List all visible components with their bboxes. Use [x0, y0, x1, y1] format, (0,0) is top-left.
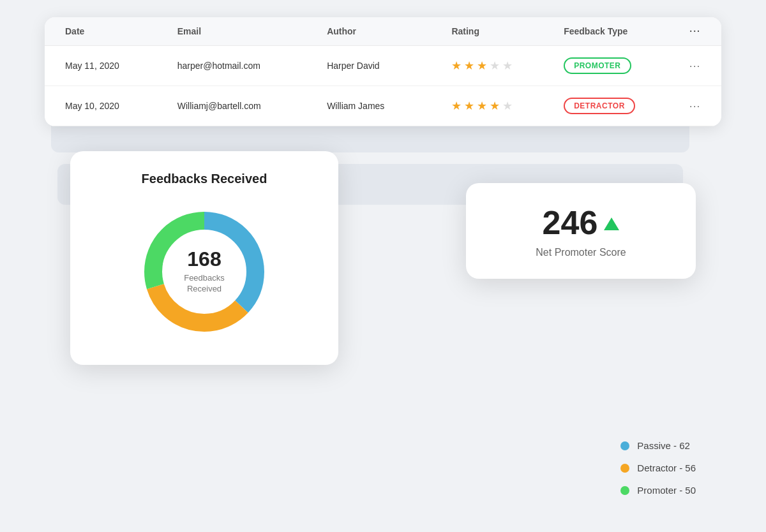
cell-date-1: May 11, 2020 [65, 61, 177, 71]
legend-item-detractor: Detractor - 56 [620, 462, 696, 473]
nps-up-arrow-icon [604, 218, 619, 230]
star-2-1: ★ [451, 99, 462, 113]
col-header-author: Author [327, 26, 451, 36]
star-1-3: ★ [477, 59, 487, 73]
star-2-3: ★ [477, 99, 487, 113]
star-rating-2: ★ ★ ★ ★ ★ [451, 99, 564, 113]
row-more-2[interactable]: ··· [676, 101, 701, 111]
row-more-1[interactable]: ··· [676, 61, 701, 71]
star-1-1: ★ [451, 59, 462, 73]
nps-number-row: 246 [489, 203, 673, 242]
cell-rating-2: ★ ★ ★ ★ ★ [451, 99, 564, 113]
cell-email-2: Williamj@bartell.com [177, 101, 327, 111]
cell-author-1: Harper David [327, 61, 451, 71]
legend-label-promoter: Promoter - 50 [637, 485, 696, 496]
legend-card: Passive - 62 Detractor - 56 Promoter - 5… [620, 440, 696, 496]
table-header-row: Date Email Author Rating Feedback Type ·… [45, 17, 721, 46]
star-1-4: ★ [490, 59, 500, 73]
col-header-feedback-type: Feedback Type [564, 26, 676, 36]
detractor-badge: DETRACTOR [564, 98, 635, 114]
legend-dot-detractor [620, 464, 629, 473]
table-card: Date Email Author Rating Feedback Type ·… [45, 17, 721, 126]
legend-dot-promoter [620, 486, 629, 495]
main-container: Date Email Author Rating Feedback Type ·… [32, 17, 734, 515]
nps-number: 246 [543, 203, 598, 242]
legend-label-detractor: Detractor - 56 [637, 462, 696, 473]
col-header-more[interactable]: ··· [676, 26, 701, 36]
donut-center: 168 FeedbacksReceived [184, 249, 225, 295]
cell-badge-1: PROMOTER [564, 57, 676, 74]
legend-item-promoter: Promoter - 50 [620, 485, 696, 496]
col-header-email: Email [177, 26, 327, 36]
donut-chart-title: Feedbacks Received [93, 172, 315, 186]
nps-label: Net Promoter Score [489, 247, 673, 258]
cell-rating-1: ★ ★ ★ ★ ★ [451, 59, 564, 73]
star-1-2: ★ [464, 59, 474, 73]
col-header-rating: Rating [451, 26, 564, 36]
cell-email-1: harper@hotmail.com [177, 61, 327, 71]
star-1-5: ★ [502, 59, 513, 73]
star-2-5: ★ [502, 99, 513, 113]
donut-center-number: 168 [184, 249, 225, 269]
star-2-2: ★ [464, 99, 474, 113]
nps-card: 246 Net Promoter Score [466, 183, 696, 279]
donut-chart-wrapper: 168 FeedbacksReceived [134, 202, 274, 342]
donut-chart-card: Feedbacks Received 168 FeedbacksReceived [70, 151, 338, 365]
star-rating-1: ★ ★ ★ ★ ★ [451, 59, 564, 73]
promoter-badge: PROMOTER [564, 57, 631, 74]
cell-badge-2: DETRACTOR [564, 98, 676, 114]
col-header-date: Date [65, 26, 177, 36]
table-row: May 11, 2020 harper@hotmail.com Harper D… [45, 46, 721, 86]
legend-label-passive: Passive - 62 [637, 440, 690, 451]
cell-date-2: May 10, 2020 [65, 101, 177, 111]
donut-center-label: FeedbacksReceived [184, 273, 225, 295]
table-row: May 10, 2020 Williamj@bartell.com Willia… [45, 86, 721, 126]
legend-item-passive: Passive - 62 [620, 440, 696, 451]
cell-author-2: William James [327, 101, 451, 111]
legend-dot-passive [620, 441, 629, 450]
star-2-4: ★ [490, 99, 500, 113]
